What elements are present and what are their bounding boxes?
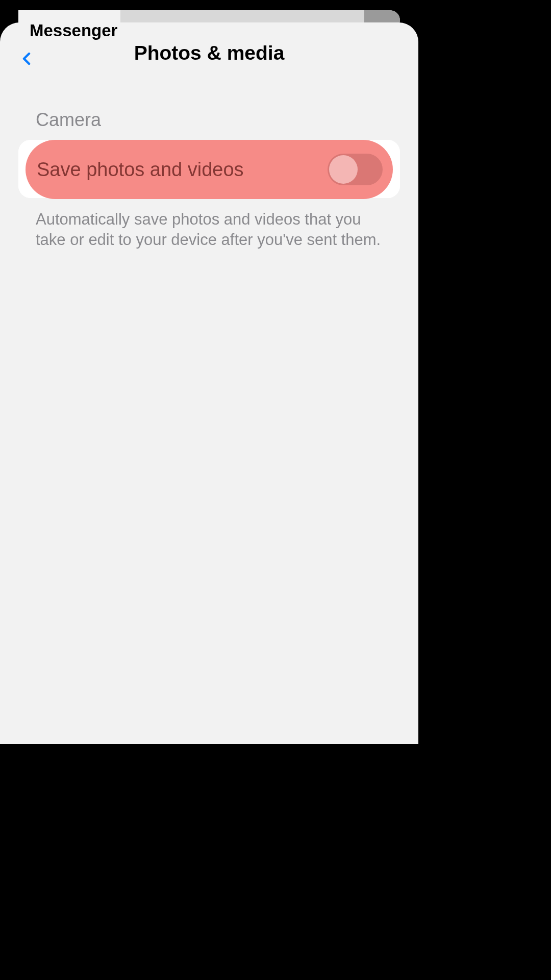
page-title: Photos & media [134,42,285,64]
toggle-knob [329,155,358,184]
chevron-left-icon [21,53,33,65]
settings-card: Save photos and videos [18,140,400,198]
setting-label: Save photos and videos [37,159,244,181]
settings-panel: Photos & media Camera Save photos and vi… [0,22,418,744]
settings-card-inner: Save photos and videos [18,140,400,198]
toggle-save-photos[interactable] [328,154,383,185]
setting-row-save-photos[interactable]: Save photos and videos [26,140,393,199]
app-tab-messenger[interactable]: Messenger [18,10,120,51]
back-button[interactable] [19,51,35,66]
section-header-camera: Camera [0,79,418,140]
app-tab-label: Messenger [30,21,117,40]
setting-description: Automatically save photos and videos tha… [0,198,418,251]
browser-tab-strip-edge [364,10,400,22]
